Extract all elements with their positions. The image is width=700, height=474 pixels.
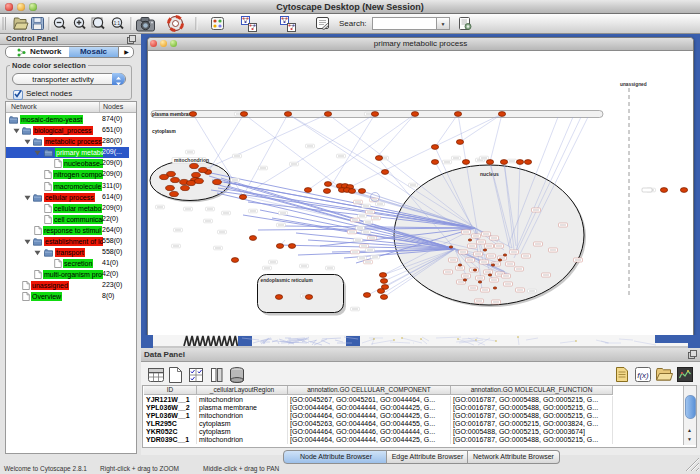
svg-text:plasma membrane: plasma membrane <box>152 112 194 117</box>
svg-text:nucleus: nucleus <box>480 171 499 177</box>
svg-text:unassigned: unassigned <box>620 82 647 87</box>
svg-text:endoplasmic reticulum: endoplasmic reticulum <box>261 278 313 283</box>
svg-text:cytoplasm: cytoplasm <box>152 129 176 134</box>
svg-text:1:1: 1:1 <box>114 21 121 26</box>
svg-text:mitochondrion: mitochondrion <box>174 157 209 163</box>
svg-text:f(x): f(x) <box>637 371 649 380</box>
